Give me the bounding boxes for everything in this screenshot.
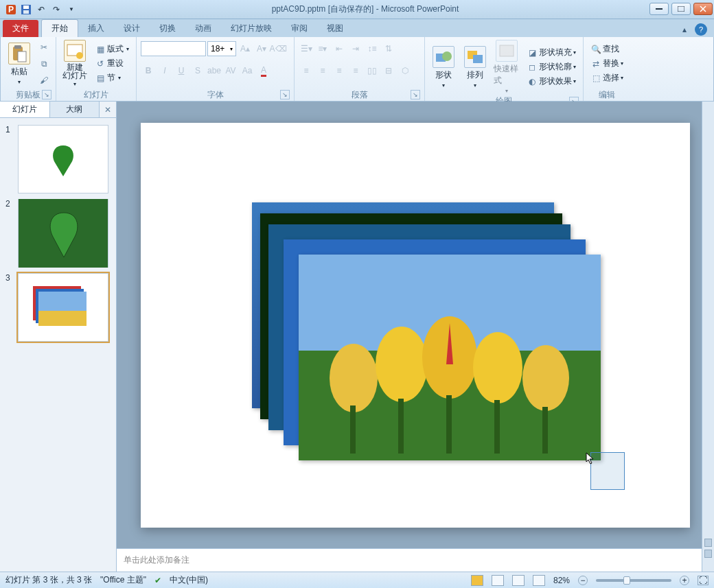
bold-icon[interactable]: B bbox=[141, 63, 156, 78]
justify-icon[interactable]: ≡ bbox=[348, 63, 363, 78]
align-text-icon[interactable]: ⊟ bbox=[381, 63, 396, 78]
zoom-slider-thumb[interactable] bbox=[623, 576, 630, 585]
status-language[interactable]: 中文(中国) bbox=[170, 574, 208, 586]
reset-button[interactable]: ↺重设 bbox=[92, 57, 132, 70]
new-slide-button[interactable]: 新建 幻灯片 ▾ bbox=[60, 38, 89, 89]
slide-thumb-3[interactable] bbox=[18, 273, 108, 342]
normal-view-icon[interactable] bbox=[471, 575, 483, 586]
font-dialog-icon[interactable]: ↘ bbox=[280, 90, 290, 99]
slideshow-view-icon[interactable] bbox=[533, 575, 545, 586]
minimize-button[interactable] bbox=[649, 3, 669, 15]
change-case-icon[interactable]: Aa bbox=[240, 63, 255, 78]
app-icon[interactable]: P bbox=[4, 3, 18, 16]
shapes-button[interactable]: 形状▾ bbox=[429, 45, 458, 90]
quick-styles-button[interactable]: 快速样式▾ bbox=[492, 38, 521, 95]
qat-more-icon[interactable]: ▼ bbox=[65, 3, 78, 16]
tab-design[interactable]: 设计 bbox=[114, 20, 150, 37]
tab-animations[interactable]: 动画 bbox=[185, 20, 221, 37]
zoom-slider[interactable] bbox=[596, 579, 671, 582]
redo-icon[interactable]: ↷ bbox=[49, 3, 63, 16]
tab-transitions[interactable]: 切换 bbox=[150, 20, 185, 37]
align-left-icon[interactable]: ≡ bbox=[299, 63, 314, 78]
shrink-font-icon[interactable]: A▾ bbox=[254, 41, 269, 56]
cut-icon[interactable]: ✂ bbox=[36, 40, 51, 55]
status-slide-number: 幻灯片 第 3 张，共 3 张 bbox=[5, 574, 92, 586]
pane-tab-slides[interactable]: 幻灯片 bbox=[0, 102, 50, 117]
reset-icon: ↺ bbox=[95, 58, 106, 69]
help-icon[interactable]: ? bbox=[695, 23, 707, 36]
align-right-icon[interactable]: ≡ bbox=[332, 63, 347, 78]
columns-icon[interactable]: ▯▯ bbox=[365, 63, 380, 78]
save-icon[interactable] bbox=[19, 3, 33, 16]
svg-rect-33 bbox=[542, 407, 548, 454]
stacked-picture[interactable] bbox=[299, 255, 601, 460]
copy-icon[interactable]: ⧉ bbox=[36, 56, 51, 71]
shape-effects-button[interactable]: ◐形状效果▾ bbox=[524, 75, 579, 88]
shadow-icon[interactable]: abe bbox=[207, 63, 222, 78]
pane-tab-outline[interactable]: 大纲 bbox=[50, 102, 100, 117]
bullets-icon[interactable]: ☰▾ bbox=[299, 41, 314, 56]
paste-button[interactable]: 粘贴 ▾ bbox=[5, 41, 34, 86]
paste-icon bbox=[8, 43, 30, 64]
vertical-scrollbar[interactable] bbox=[702, 102, 714, 572]
smartart-icon[interactable]: ⬡ bbox=[398, 63, 413, 78]
svg-rect-16 bbox=[500, 45, 514, 56]
increase-indent-icon[interactable]: ⇥ bbox=[348, 41, 363, 56]
spellcheck-icon[interactable]: ✔ bbox=[154, 576, 161, 585]
format-painter-icon[interactable]: 🖌 bbox=[36, 73, 51, 88]
sorter-view-icon[interactable] bbox=[492, 575, 504, 586]
paragraph-dialog-icon[interactable]: ↘ bbox=[411, 90, 420, 99]
thumb-number: 2 bbox=[5, 199, 14, 268]
next-slide-icon[interactable] bbox=[704, 539, 712, 547]
svg-point-24 bbox=[330, 344, 378, 412]
zoom-level[interactable]: 82% bbox=[553, 576, 570, 585]
line-spacing-icon[interactable]: ↕≡ bbox=[365, 41, 380, 56]
font-size-input[interactable]: 18+▾ bbox=[207, 41, 236, 56]
align-center-icon[interactable]: ≡ bbox=[315, 63, 330, 78]
replace-button[interactable]: ⇄替换▾ bbox=[588, 57, 626, 70]
tab-view[interactable]: 视图 bbox=[317, 20, 353, 37]
italic-icon[interactable]: I bbox=[157, 63, 172, 78]
zoom-in-icon[interactable]: + bbox=[680, 576, 689, 585]
layout-button[interactable]: ▦版式▾ bbox=[92, 43, 132, 56]
find-button[interactable]: 🔍查找 bbox=[588, 43, 626, 56]
section-button[interactable]: ▤节▾ bbox=[92, 71, 132, 84]
char-spacing-icon[interactable]: AV bbox=[223, 63, 238, 78]
font-family-input[interactable] bbox=[141, 41, 206, 56]
svg-point-25 bbox=[376, 327, 428, 402]
svg-point-11 bbox=[76, 52, 83, 59]
shape-fill-button[interactable]: ◪形状填充▾ bbox=[524, 46, 579, 59]
arrange-button[interactable]: 排列▾ bbox=[461, 45, 490, 90]
decrease-indent-icon[interactable]: ⇤ bbox=[332, 41, 347, 56]
tab-review[interactable]: 审阅 bbox=[281, 20, 317, 37]
slide-canvas[interactable] bbox=[117, 102, 714, 548]
strikethrough-icon[interactable]: S bbox=[190, 63, 205, 78]
minimize-ribbon-icon[interactable]: ▴ bbox=[677, 22, 692, 37]
clipboard-dialog-icon[interactable]: ↘ bbox=[42, 90, 51, 99]
tab-slideshow[interactable]: 幻灯片放映 bbox=[221, 20, 281, 37]
clear-formatting-icon[interactable]: A⌫ bbox=[270, 41, 286, 56]
selection-rectangle[interactable] bbox=[590, 452, 625, 490]
pane-close-icon[interactable]: ✕ bbox=[100, 102, 116, 117]
tab-insert[interactable]: 插入 bbox=[78, 20, 114, 37]
slides-pane: 幻灯片 大纲 ✕ 1 2 3 bbox=[0, 102, 117, 572]
scroll-down-icon[interactable] bbox=[704, 550, 712, 558]
maximize-button[interactable] bbox=[671, 3, 691, 15]
underline-icon[interactable]: U bbox=[174, 63, 189, 78]
text-direction-icon[interactable]: ⇅ bbox=[381, 41, 396, 56]
reading-view-icon[interactable] bbox=[512, 575, 525, 586]
notes-pane[interactable]: 单击此处添加备注 bbox=[117, 548, 714, 572]
slide-thumb-2[interactable] bbox=[18, 199, 108, 268]
zoom-out-icon[interactable]: − bbox=[578, 576, 588, 585]
close-button[interactable] bbox=[693, 3, 713, 15]
undo-icon[interactable]: ↶ bbox=[34, 3, 48, 16]
slide-thumb-1[interactable] bbox=[18, 125, 108, 193]
shape-outline-button[interactable]: ◻形状轮廓▾ bbox=[524, 60, 579, 73]
select-button[interactable]: ⬚选择▾ bbox=[588, 71, 626, 84]
grow-font-icon[interactable]: A▴ bbox=[238, 41, 253, 56]
tab-home[interactable]: 开始 bbox=[41, 19, 78, 37]
numbering-icon[interactable]: ≡▾ bbox=[315, 41, 330, 56]
font-color-icon[interactable]: A bbox=[256, 63, 271, 78]
fit-window-icon[interactable]: ⛶ bbox=[698, 576, 709, 585]
tab-file[interactable]: 文件 bbox=[3, 20, 38, 37]
